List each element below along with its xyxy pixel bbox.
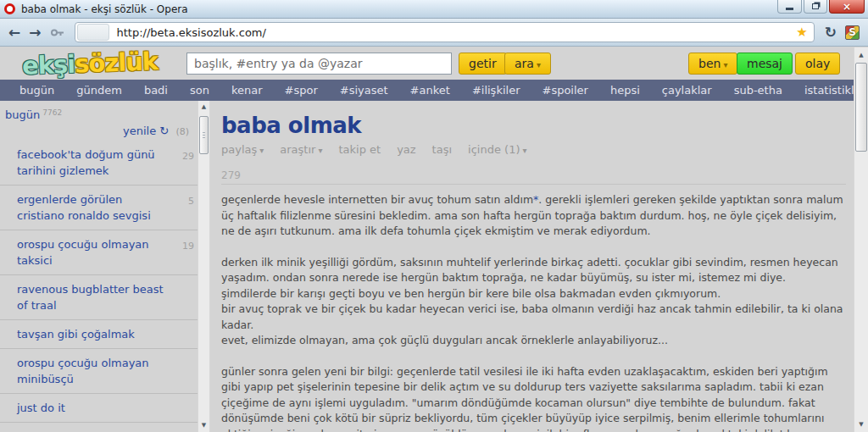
entry-text: derken ilk minik yeşilliği gördüm, saksı… <box>221 256 843 347</box>
action-item[interactable]: yaz <box>397 143 415 156</box>
olay-button[interactable]: olay <box>795 53 840 75</box>
topic-title: facebook'ta doğum günü tarihini gizlemek <box>17 147 172 179</box>
topic-title: ergenlerde görülen cristiano ronaldo sev… <box>17 191 172 224</box>
entry-paragraph: derken ilk minik yeşilliği gördüm, saksı… <box>221 255 846 349</box>
nav-item[interactable]: bugün <box>8 84 65 97</box>
topic-count <box>172 400 194 416</box>
nav-item[interactable]: #anket <box>399 84 461 97</box>
getir-button[interactable]: getir <box>459 53 507 75</box>
entry-paragraph: günler sonra gelen yeni bir bilgi: geçen… <box>221 364 846 432</box>
topic-title: tavşan gibi çoğalmak <box>17 326 172 342</box>
scroll-down-icon[interactable]: ▼ <box>198 419 209 432</box>
page-scroll-thumb[interactable] <box>855 63 867 152</box>
topic-count: 5 <box>172 191 194 224</box>
sidebar-scrollbar[interactable]: ▲ ▼ <box>198 101 210 432</box>
nav-item[interactable]: sub-etha <box>723 84 793 97</box>
entry-paragraph: geçenlerde hevesle internetten bir avuç … <box>221 192 846 240</box>
nav-item[interactable]: son <box>179 84 220 97</box>
address-bar[interactable]: ★ <box>75 22 815 42</box>
mesaj-button[interactable]: mesaj <box>737 53 793 75</box>
nav-item[interactable]: #ilişkiler <box>461 84 531 97</box>
entry-actions: paylaş▾araştır▾takip etyaztaşıiçinde (1)… <box>221 143 846 156</box>
entry-body: geçenlerde hevesle internetten bir avuç … <box>221 192 846 432</box>
entry-text: günler sonra gelen yeni bir bilgi: geçen… <box>221 365 828 432</box>
opera-icon <box>4 3 15 14</box>
sidebar-section-count: 7762 <box>42 108 62 117</box>
action-item[interactable]: içinde (1)▾ <box>468 143 526 156</box>
page-scrollbar[interactable]: ▲ ▼ <box>854 47 868 432</box>
page: ekşisözlük getir ara▾ ben▾ mesaj olay bu… <box>0 47 868 432</box>
maximize-button[interactable] <box>804 0 827 14</box>
topic-item[interactable]: facebook'ta doğum günü tarihini gizlemek… <box>0 141 198 186</box>
reload-icon[interactable]: ↻ <box>825 24 837 41</box>
topic-title: orospu çocuğu olmayan minibüsçü <box>17 355 172 387</box>
wand-key-icon[interactable] <box>50 28 64 37</box>
topic-title: nihat doğan <box>17 429 172 432</box>
logo-part1: ekşi <box>21 50 75 80</box>
main-content: baba olmak paylaş▾araştır▾takip etyaztaş… <box>210 101 868 432</box>
ara-label: ara <box>515 57 534 70</box>
topic-item[interactable]: nihat doğan63 <box>0 423 198 432</box>
scroll-up-icon[interactable]: ▲ <box>198 101 209 114</box>
minimize-button[interactable] <box>777 0 802 14</box>
nav-item[interactable]: #siyaset <box>329 84 399 97</box>
nav-item[interactable]: kenar <box>220 84 274 97</box>
nav-item[interactable]: badi <box>133 84 179 97</box>
topic-item[interactable]: just do it <box>0 394 198 423</box>
topic-count <box>172 355 194 387</box>
action-item[interactable]: paylaş▾ <box>221 143 264 156</box>
topic-title: ravenous bugblatter beast of traal <box>17 281 172 313</box>
entry-divider <box>221 184 846 185</box>
action-item[interactable]: araştır▾ <box>280 143 322 156</box>
site-header: ekşisözlük getir ara▾ ben▾ mesaj olay <box>0 47 868 80</box>
topic-count <box>172 326 194 342</box>
refresh-link[interactable]: yenile <box>123 125 156 137</box>
nav-left: bugüngündembadisonkenar#spor#siyaset#ank… <box>8 84 723 97</box>
topic-item[interactable]: tavşan gibi çoğalmak <box>0 320 198 349</box>
window-titlebar: baba olmak - ekşi sözlük - Opera × <box>0 0 868 19</box>
scroll-up-icon[interactable]: ▲ <box>854 48 868 62</box>
dropdown-caret-icon: ▾ <box>318 146 322 155</box>
refresh-arrows-icon[interactable]: ↻ <box>159 125 169 137</box>
ben-label: ben <box>698 57 721 70</box>
sidebar: bugün7762 yenile ↻ (8) facebook'ta doğum… <box>0 101 198 432</box>
close-icon: × <box>843 2 851 12</box>
nav-item[interactable]: #spoiler <box>531 84 598 97</box>
nav-item[interactable]: gündem <box>65 84 133 97</box>
back-icon[interactable]: ← <box>8 25 20 40</box>
bookmark-star-icon[interactable]: ★ <box>796 25 807 40</box>
url-input[interactable] <box>111 26 797 39</box>
topic-list: facebook'ta doğum günü tarihini gizlemek… <box>0 141 198 432</box>
dropdown-caret-icon: ▾ <box>723 60 727 69</box>
entry-number: 279 <box>221 169 846 181</box>
topic-title: just do it <box>17 400 172 416</box>
forward-icon[interactable]: → <box>29 25 41 40</box>
sidebar-scroll-thumb[interactable] <box>199 116 209 154</box>
refresh-count: (8) <box>175 126 189 137</box>
close-button[interactable]: × <box>829 0 865 14</box>
topic-item[interactable]: ergenlerde görülen cristiano ronaldo sev… <box>0 186 198 230</box>
action-item[interactable]: takip et <box>338 143 381 156</box>
eksisozluk-logo[interactable]: ekşisözlük <box>21 47 158 80</box>
ara-button[interactable]: ara▾ <box>504 53 551 75</box>
action-item[interactable]: taşı <box>432 143 452 156</box>
nav-item[interactable]: #spor <box>274 84 329 97</box>
nav-item[interactable]: çaylaklar <box>651 84 723 97</box>
ben-button[interactable]: ben▾ <box>688 53 737 75</box>
nav-item[interactable]: hepsi <box>599 84 651 97</box>
sidebar-section-bugun[interactable]: bugün <box>5 108 40 121</box>
scroll-down-icon[interactable]: ▼ <box>854 418 868 431</box>
search-input[interactable] <box>186 53 452 75</box>
dropdown-caret-icon: ▾ <box>259 146 264 155</box>
dropdown-caret-icon: ▾ <box>537 60 541 69</box>
topic-item[interactable]: ravenous bugblatter beast of traal <box>0 275 198 320</box>
browser-toolbar: ← → ★ ↻ S <box>0 19 868 47</box>
speed-dial-icon[interactable]: S <box>845 25 860 40</box>
logo-part2: sözlük <box>75 47 159 78</box>
topic-item[interactable]: orospu çocuğu olmayan taksici19 <box>0 230 198 275</box>
topic-item[interactable]: orospu çocuğu olmayan minibüsçü <box>0 349 198 394</box>
entry-text: geçenlerde hevesle internetten bir avuç … <box>221 193 533 206</box>
olay-label: olay <box>805 57 830 70</box>
site-badge[interactable] <box>77 24 109 41</box>
window-title: baba olmak - ekşi sözlük - Opera <box>21 3 188 15</box>
